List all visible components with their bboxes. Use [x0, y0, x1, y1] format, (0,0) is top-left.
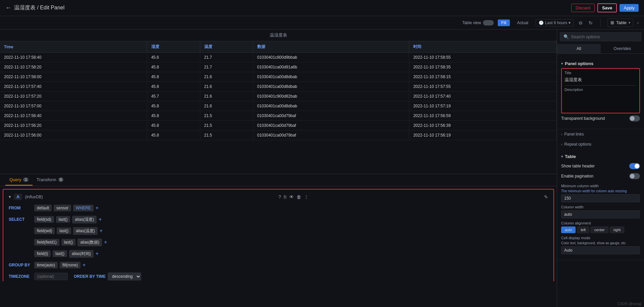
center-panel: 温湿度表 Time 湿度 温度 数据 时间 2022-11-10 17:58:4… — [0, 30, 557, 307]
align-left-button[interactable]: left — [577, 226, 589, 233]
table-row: 2022-11-10 17:56:2045.821.501030401ca00d… — [0, 121, 557, 131]
query-name[interactable]: A — [14, 194, 22, 200]
table-cell: 2022-11-10 17:57:20 — [0, 92, 147, 101]
last-2-chip[interactable]: last() — [57, 227, 71, 234]
group-by-add-button[interactable]: + — [83, 262, 86, 268]
actual-button[interactable]: Actual — [514, 19, 532, 26]
timezone-label: TIMEZONE — [9, 274, 32, 279]
table-cell: 45.8 — [147, 82, 200, 92]
query-edit-button[interactable]: ✎ — [544, 194, 548, 200]
field-field1-chip[interactable]: field(field1) — [34, 239, 59, 246]
table-cell: 21.5 — [200, 131, 253, 140]
time-auto-chip[interactable]: time(auto) — [34, 262, 58, 268]
title-input[interactable] — [565, 76, 637, 83]
description-input[interactable] — [565, 93, 637, 110]
table-cell: 01030401ca00d79baf — [253, 121, 409, 131]
table-view-switch[interactable] — [483, 20, 494, 25]
query-info-button[interactable]: ? — [278, 194, 281, 200]
alias-time-chip[interactable]: alias(时间) — [69, 250, 94, 258]
table-cell: 01030401ca00d8dbab — [253, 82, 409, 92]
search-box: 🔍 — [560, 32, 641, 41]
col-datetime: 时间 — [409, 41, 557, 53]
fill-button[interactable]: Fill — [498, 19, 509, 26]
field-t-chip[interactable]: field(t) — [34, 250, 51, 257]
field-wd-chip[interactable]: field(wd) — [34, 227, 55, 234]
col-width-input[interactable] — [561, 210, 640, 218]
tab-all[interactable]: All — [557, 44, 601, 53]
refresh-button[interactable]: ↻ — [588, 19, 594, 27]
from-sensor-chip[interactable]: sensor — [54, 205, 71, 211]
viz-selector[interactable]: ⊞ Table ▾ — [607, 18, 633, 27]
select-2-add-button[interactable]: + — [100, 228, 103, 234]
show-table-header-row: Show table header — [561, 161, 640, 171]
repeat-options-row[interactable]: › Repeat options — [557, 139, 644, 149]
tab-query[interactable]: Query 1 — [5, 174, 33, 186]
align-auto-button[interactable]: auto — [561, 226, 576, 233]
transparent-bg-toggle[interactable] — [629, 115, 640, 121]
show-table-header-toggle[interactable] — [629, 163, 640, 169]
chevron-down-icon2: ▾ — [629, 21, 630, 24]
tab-overrides[interactable]: Overrides — [601, 44, 644, 53]
select-4-add-button[interactable]: + — [96, 251, 99, 257]
enable-pagination-row: Enable pagination — [561, 171, 640, 181]
table-cell: 2022-11-10 17:57:40 — [409, 92, 557, 101]
select-3-add-button[interactable]: + — [104, 239, 107, 245]
table-cell: 21.6 — [200, 101, 253, 111]
col-temp: 温度 — [200, 41, 253, 53]
fill-none-chip[interactable]: fill(none) — [60, 262, 80, 268]
select-label: SELECT — [9, 217, 32, 222]
table-cell: 45.8 — [147, 101, 200, 111]
table-cell: 45.8 — [147, 62, 200, 72]
field-sd-chip[interactable]: field(sd) — [34, 216, 54, 223]
panel-links-row[interactable]: › Panel links — [557, 129, 644, 139]
min-col-width-input[interactable] — [561, 194, 640, 202]
order-direction-select[interactable]: descending ascending — [108, 272, 141, 280]
search-input[interactable] — [571, 34, 638, 39]
query-delete-button[interactable]: 🗑 — [297, 194, 301, 200]
last-1-chip[interactable]: last() — [56, 216, 70, 223]
apply-button[interactable]: Apply — [620, 4, 639, 12]
back-button[interactable]: ← — [5, 4, 11, 11]
table-cell: 2022-11-10 17:56:19 — [409, 131, 557, 140]
table-cell: 01030401ca00d79baf — [253, 131, 409, 140]
order-by-time-label: ORDER BY TIME — [74, 274, 106, 279]
alias-humidity-chip[interactable]: alias(湿度) — [72, 216, 97, 223]
topbar-right: Discard Save Apply — [571, 3, 639, 12]
right-panel: 🔍 All Overrides ▾ Panel options Title De… — [557, 30, 644, 307]
last-3-chip[interactable]: last() — [61, 239, 76, 246]
timezone-input[interactable] — [34, 273, 68, 280]
cell-display-input[interactable] — [561, 246, 640, 254]
discard-button[interactable]: Discard — [571, 4, 595, 12]
main-layout: 温湿度表 Time 湿度 温度 数据 时间 2022-11-10 17:58:4… — [0, 30, 644, 307]
zoom-out-button[interactable]: ⊖ — [578, 19, 584, 27]
query-panel: Query 1 Transform 0 ▾ A (InfluxDB) ? ⎘ 👁 — [0, 174, 557, 281]
tab-transform[interactable]: Transform 0 — [33, 174, 67, 186]
table-cell: 45.8 — [147, 72, 200, 82]
select-1-add-button[interactable]: + — [99, 216, 102, 222]
panel-options-body: Title Description Transparent background — [557, 68, 644, 126]
save-button[interactable]: Save — [597, 3, 617, 12]
last-4-chip[interactable]: last() — [53, 250, 67, 257]
align-right-button[interactable]: right — [610, 226, 624, 233]
time-range-selector[interactable]: 🕐 Last 6 hours ▾ — [536, 19, 574, 27]
align-center-button[interactable]: center — [591, 226, 608, 233]
table-cell: 21.5 — [200, 121, 253, 131]
collapse-icon[interactable]: ▾ — [9, 194, 11, 199]
where-add-button[interactable]: + — [96, 205, 99, 211]
table-cell: 2022-11-10 17:56:39 — [409, 121, 557, 131]
table-cell: 45.6 — [147, 53, 200, 62]
clock-icon: 🕐 — [539, 20, 544, 25]
table-section-header[interactable]: ▾ Table — [557, 152, 644, 161]
table-row: 2022-11-10 17:56:4045.821.501030401ca00d… — [0, 111, 557, 121]
table-cell: 2022-11-10 17:56:20 — [0, 121, 147, 131]
panel-options-header[interactable]: ▾ Panel options — [557, 59, 644, 68]
alias-data-chip[interactable]: alias(数据) — [77, 239, 102, 246]
query-toggle-button[interactable]: 👁 — [289, 194, 294, 200]
where-chip[interactable]: WHERE — [73, 205, 94, 211]
query-copy-button[interactable]: ⎘ — [284, 194, 286, 200]
query-builder: ▾ A (InfluxDB) ? ⎘ 👁 🗑 ⋮ ✎ FROM defaul — [3, 189, 554, 281]
enable-pagination-toggle[interactable] — [629, 173, 640, 179]
query-more-button[interactable]: ⋮ — [304, 194, 309, 200]
alias-temp-chip[interactable]: alias(温度) — [73, 227, 98, 235]
from-default-chip[interactable]: default — [34, 205, 52, 211]
